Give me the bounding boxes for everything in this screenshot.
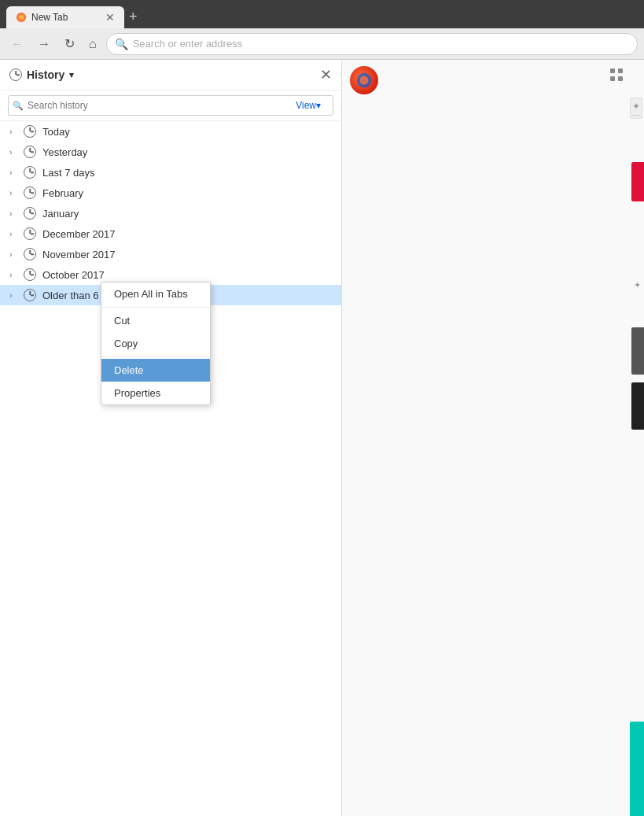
grid-button[interactable] <box>609 68 624 84</box>
history-search-area: View▾ <box>0 90 341 121</box>
svg-point-1 <box>19 15 24 20</box>
history-title-button[interactable]: History ▾ <box>9 68 74 81</box>
history-close-button[interactable]: ✕ <box>320 66 332 83</box>
context-menu-item-cut[interactable]: Cut <box>101 309 210 332</box>
history-item-november2017[interactable]: › November 2017 <box>0 244 341 264</box>
history-panel: History ▾ ✕ View▾ › Today › Yesterday › <box>0 60 342 816</box>
expand-arrow: › <box>9 250 17 259</box>
search-history-input[interactable] <box>8 95 333 116</box>
thumbnail-card-2 <box>631 382 644 430</box>
expand-arrow: › <box>9 271 17 279</box>
history-item-label: Last 7 days <box>42 167 95 179</box>
menu-separator-1 <box>101 307 210 308</box>
history-item-today[interactable]: › Today <box>0 121 341 142</box>
address-placeholder: Search or enter address <box>133 38 242 50</box>
svg-rect-6 <box>610 76 615 81</box>
back-button[interactable]: ← <box>6 34 28 54</box>
sidebar-controls: ✦ <box>630 98 642 119</box>
tab-bar: New Tab ✕ + <box>6 0 138 28</box>
main-area: History ▾ ✕ View▾ › Today › Yesterday › <box>0 60 644 816</box>
search-icon: 🔍 <box>115 38 128 50</box>
expand-arrow: › <box>9 291 17 300</box>
firefox-svg <box>355 72 373 89</box>
context-menu-item-copy[interactable]: Copy <box>101 332 210 355</box>
history-label: History <box>27 68 64 81</box>
expand-arrow: › <box>9 148 17 157</box>
active-tab[interactable]: New Tab ✕ <box>6 6 124 28</box>
expand-arrow: › <box>9 127 17 136</box>
history-clock-icon <box>9 68 22 81</box>
new-tab-content: ✦ ✦ <box>342 60 644 816</box>
clock-icon <box>24 289 36 301</box>
history-item-february[interactable]: › February <box>0 183 341 203</box>
context-menu-item-open-all[interactable]: Open All in Tabs <box>101 282 210 305</box>
firefox-logo-area <box>350 66 378 94</box>
expand-arrow: › <box>9 209 17 218</box>
new-tab-button[interactable]: + <box>129 9 138 25</box>
menu-separator-2 <box>101 356 210 357</box>
thumbnail-card-1 <box>631 327 644 375</box>
widget-separator <box>632 115 640 116</box>
svg-rect-7 <box>618 76 623 81</box>
tab-close-button[interactable]: ✕ <box>105 12 115 23</box>
clock-icon <box>24 166 36 179</box>
history-item-label: November 2017 <box>42 249 116 260</box>
expand-arrow: › <box>9 230 17 238</box>
clock-icon <box>24 125 36 138</box>
clock-icon <box>24 248 36 260</box>
tab-favicon <box>16 12 27 23</box>
firefox-icon <box>350 66 378 94</box>
add-widget-button[interactable]: ✦ <box>632 101 640 112</box>
tab-title: New Tab <box>31 12 68 23</box>
forward-button[interactable]: → <box>33 34 55 54</box>
reload-button[interactable]: ↻ <box>60 33 79 54</box>
svg-rect-4 <box>610 68 615 73</box>
history-item-december2017[interactable]: › December 2017 <box>0 223 341 244</box>
context-menu-item-properties[interactable]: Properties <box>101 382 210 404</box>
history-item-yesterday[interactable]: › Yesterday <box>0 142 341 162</box>
pocket-icon[interactable]: ✦ <box>634 280 641 290</box>
clock-icon <box>24 207 36 220</box>
clock-icon <box>24 268 36 281</box>
history-header: History ▾ ✕ <box>0 60 341 90</box>
color-bar <box>630 722 644 816</box>
expand-arrow: › <box>9 189 17 198</box>
history-item-label: January <box>42 208 79 220</box>
context-menu: Open All in TabsCutCopyDeleteProperties <box>101 282 211 405</box>
clock-icon <box>24 227 36 240</box>
history-item-last7days[interactable]: › Last 7 days <box>0 162 341 183</box>
pocket-area: ✦ <box>630 280 644 290</box>
grid-icon <box>609 68 624 82</box>
history-dropdown-arrow: ▾ <box>69 70 74 80</box>
address-bar[interactable]: 🔍 Search or enter address <box>106 33 638 55</box>
history-item-label: Yesterday <box>42 146 87 158</box>
expand-arrow: › <box>9 168 17 177</box>
search-wrap: View▾ <box>8 95 333 116</box>
home-button[interactable]: ⌂ <box>84 34 101 54</box>
history-item-label: December 2017 <box>42 228 116 240</box>
history-item-label: October 2017 <box>42 269 105 281</box>
history-item-january[interactable]: › January <box>0 203 341 223</box>
svg-point-3 <box>360 76 369 85</box>
history-item-label: February <box>42 187 83 199</box>
navigation-bar: ← → ↻ ⌂ 🔍 Search or enter address <box>0 28 644 60</box>
pocket-card-red[interactable] <box>631 162 644 201</box>
clock-icon <box>24 146 36 158</box>
browser-chrome: New Tab ✕ + <box>0 0 644 28</box>
view-button[interactable]: View▾ <box>296 100 321 111</box>
context-menu-item-delete[interactable]: Delete <box>101 359 210 382</box>
clock-icon <box>24 186 36 199</box>
history-list: › Today › Yesterday › Last 7 days › Febr… <box>0 121 341 816</box>
svg-rect-5 <box>618 68 623 73</box>
history-item-label: Today <box>42 126 70 138</box>
